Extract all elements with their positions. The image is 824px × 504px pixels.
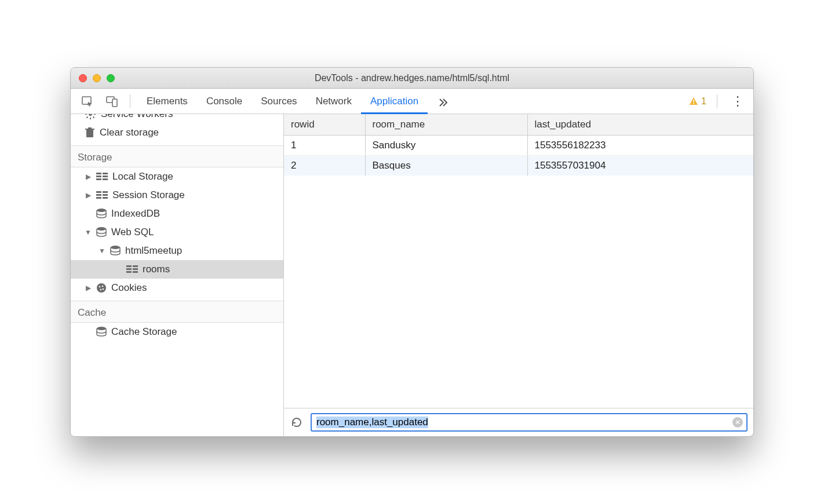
device-toggle-icon[interactable] — [101, 93, 123, 110]
window-title: DevTools - andrew.hedges.name/html5/sql.… — [71, 73, 753, 83]
svg-rect-2 — [112, 99, 117, 107]
svg-rect-8 — [88, 127, 92, 129]
minimize-window-button[interactable] — [93, 74, 101, 82]
database-icon — [96, 209, 107, 219]
svg-point-23 — [111, 246, 120, 249]
svg-rect-3 — [693, 100, 694, 103]
svg-point-32 — [102, 286, 104, 287]
main-toolbar: Elements Console Sources Network Applica… — [71, 89, 753, 114]
svg-rect-7 — [85, 129, 94, 130]
svg-rect-28 — [126, 271, 132, 273]
tab-application[interactable]: Application — [361, 89, 428, 114]
table-row[interactable]: 2 Basques 1553557031904 — [284, 156, 753, 176]
chevron-right-icon: ▶ — [85, 173, 92, 181]
bottom-bar: room_name,last_updated ✕ — [284, 408, 753, 436]
svg-rect-19 — [96, 197, 101, 199]
svg-point-31 — [99, 286, 101, 288]
gear-icon — [85, 114, 96, 120]
cell-last-updated: 1553556182233 — [527, 136, 753, 156]
separator — [130, 94, 130, 108]
svg-point-34 — [103, 288, 104, 290]
refresh-button[interactable] — [290, 415, 304, 429]
separator — [717, 94, 717, 108]
svg-rect-14 — [103, 178, 108, 180]
cookie-icon — [96, 283, 107, 293]
svg-rect-12 — [103, 176, 108, 177]
database-icon — [96, 227, 107, 238]
tab-more-icon[interactable] — [428, 89, 458, 114]
data-table: rowid room_name last_updated 1 Sandusky … — [284, 114, 753, 408]
sidebar-item-cookies[interactable]: ▶ Cookies — [71, 279, 283, 297]
sidebar-item-session-storage[interactable]: ▶ Session Storage — [71, 186, 283, 204]
cell-room-name: Basques — [365, 156, 527, 176]
sql-query-text: room_name,last_updated — [316, 417, 428, 428]
titlebar: DevTools - andrew.hedges.name/html5/sql.… — [71, 68, 753, 89]
sql-query-input[interactable]: room_name,last_updated ✕ — [311, 413, 748, 432]
svg-point-22 — [97, 227, 106, 231]
svg-rect-27 — [133, 268, 138, 270]
chevron-down-icon: ▼ — [85, 228, 92, 236]
sidebar-section-cache: Cache — [71, 301, 283, 323]
table-row[interactable]: 1 Sandusky 1553556182233 — [284, 136, 753, 156]
svg-rect-13 — [96, 178, 101, 180]
trash-icon — [85, 127, 95, 138]
svg-rect-11 — [96, 176, 101, 177]
clear-input-icon[interactable]: ✕ — [732, 417, 743, 428]
column-header-rowid[interactable]: rowid — [284, 114, 365, 136]
column-header-last-updated[interactable]: last_updated — [527, 114, 753, 136]
svg-rect-15 — [96, 191, 101, 193]
sidebar-item-database[interactable]: ▼ html5meetup — [71, 242, 283, 260]
svg-rect-10 — [103, 173, 108, 174]
maximize-window-button[interactable] — [107, 74, 115, 82]
chevron-right-icon: ▶ — [85, 284, 92, 292]
main-panel: rowid room_name last_updated 1 Sandusky … — [284, 114, 753, 436]
sidebar: Service Workers Clear storage Storage ▶ … — [71, 114, 284, 436]
close-window-button[interactable] — [79, 74, 87, 82]
sidebar-item-table[interactable]: rooms — [71, 260, 283, 279]
tab-network[interactable]: Network — [307, 89, 361, 114]
database-icon — [96, 327, 107, 337]
sidebar-item-local-storage[interactable]: ▶ Local Storage — [71, 167, 283, 186]
sidebar-item-label: Service Workers — [101, 114, 173, 120]
warnings-indicator[interactable]: 1 — [689, 96, 706, 107]
svg-rect-29 — [133, 271, 138, 273]
table-icon — [126, 265, 138, 273]
svg-rect-16 — [103, 191, 108, 193]
sidebar-item-web-sql[interactable]: ▼ Web SQL — [71, 223, 283, 242]
sidebar-item-label: Session Storage — [112, 189, 185, 201]
svg-point-21 — [97, 209, 106, 212]
sidebar-item-label: Local Storage — [112, 171, 173, 182]
cell-rowid: 1 — [284, 136, 365, 156]
chevron-right-icon: ▶ — [85, 191, 92, 199]
sidebar-item-indexeddb[interactable]: IndexedDB — [71, 204, 283, 223]
sidebar-item-service-workers[interactable]: Service Workers — [71, 114, 283, 123]
traffic-lights — [71, 74, 115, 82]
settings-menu-icon[interactable]: ⋮ — [728, 94, 748, 109]
column-header-room-name[interactable]: room_name — [365, 114, 527, 136]
sidebar-item-label: Web SQL — [111, 227, 154, 238]
svg-rect-6 — [86, 130, 93, 137]
sidebar-item-label: Cache Storage — [111, 326, 177, 338]
cell-room-name: Sandusky — [365, 136, 527, 156]
sidebar-item-label: IndexedDB — [111, 208, 160, 220]
sidebar-item-label: Clear storage — [100, 127, 159, 138]
svg-rect-18 — [103, 194, 108, 196]
tab-console[interactable]: Console — [197, 89, 251, 114]
svg-point-5 — [89, 114, 92, 116]
chevron-down-icon: ▼ — [99, 247, 105, 255]
warnings-count: 1 — [701, 96, 706, 107]
svg-rect-24 — [126, 265, 132, 267]
panel-tabs: Elements Console Sources Network Applica… — [137, 89, 458, 114]
svg-rect-20 — [103, 197, 108, 199]
devtools-window: DevTools - andrew.hedges.name/html5/sql.… — [70, 67, 754, 437]
sidebar-item-cache-storage[interactable]: Cache Storage — [71, 323, 283, 341]
tab-sources[interactable]: Sources — [251, 89, 306, 114]
inspect-element-icon[interactable] — [76, 93, 99, 110]
sidebar-item-clear-storage[interactable]: Clear storage — [71, 123, 283, 142]
sidebar-section-storage: Storage — [71, 145, 283, 167]
svg-rect-25 — [133, 265, 138, 267]
sidebar-item-label: rooms — [143, 264, 170, 275]
svg-point-33 — [100, 289, 102, 291]
tab-elements[interactable]: Elements — [137, 89, 197, 114]
svg-rect-9 — [96, 173, 101, 174]
